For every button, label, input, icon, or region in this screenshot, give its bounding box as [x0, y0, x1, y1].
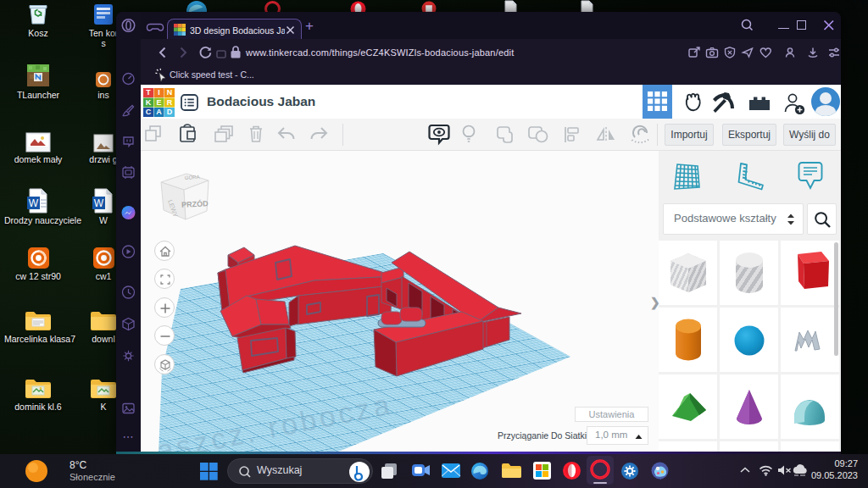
svg-text:W: W	[94, 197, 104, 209]
svg-text:K: K	[146, 98, 152, 107]
svg-text:W: W	[29, 197, 39, 209]
svg-text:C: C	[146, 108, 152, 116]
svg-text:A: A	[156, 108, 162, 116]
svg-text:PRZÓD: PRZÓD	[181, 198, 209, 209]
svg-text:T: T	[146, 88, 151, 97]
svg-text:GÓRA: GÓRA	[185, 175, 200, 180]
svg-text:I: I	[158, 88, 160, 97]
svg-text:N: N	[167, 88, 173, 97]
svg-text:E: E	[156, 98, 161, 107]
svg-text:D: D	[167, 108, 173, 116]
svg-text:R: R	[167, 98, 173, 107]
